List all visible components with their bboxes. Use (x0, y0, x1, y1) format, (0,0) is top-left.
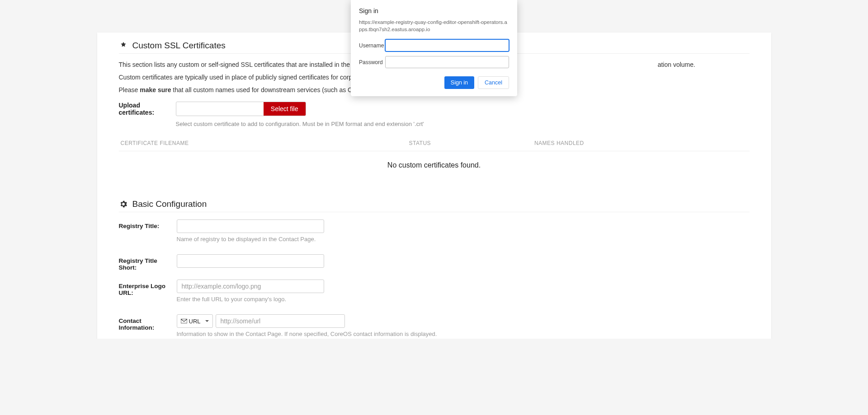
select-file-button[interactable]: Select file (264, 102, 306, 116)
contact-type-dropdown[interactable]: URL (177, 314, 213, 328)
auth-username-row: Username (359, 39, 509, 51)
ssl-p3-strong: make sure (140, 86, 171, 93)
auth-actions: Sign in Cancel (359, 76, 509, 89)
certificates-empty: No custom certificates found. (119, 151, 750, 188)
ssl-heading: Custom SSL Certificates (132, 41, 226, 51)
row-registry-title-short: Registry Title Short: (119, 254, 750, 276)
label-contact-info: Contact Information: (119, 314, 177, 331)
hint-registry-title: Name of registry to be displayed in the … (177, 236, 750, 242)
col-status: STATUS (409, 140, 534, 146)
ssl-p3-a: Please (119, 86, 140, 93)
svg-rect-0 (181, 319, 187, 323)
auth-origin: https://example-registry-quay-config-edi… (359, 19, 509, 33)
auth-password-row: Password (359, 56, 509, 68)
upload-hint: Select custom certificate to add to conf… (176, 121, 750, 127)
input-registry-title[interactable] (177, 219, 324, 233)
hint-contact-info: Information to show in the Contact Page.… (177, 331, 750, 337)
mail-icon (181, 318, 187, 325)
certificates-table: CERTIFICATE FILENAME STATUS NAMES HANDLE… (119, 135, 750, 188)
certificate-icon (119, 41, 128, 50)
input-contact-url[interactable] (216, 314, 345, 328)
col-names-handled: NAMES HANDLED (534, 140, 748, 146)
ssl-p1-b: ation volume. (658, 61, 695, 68)
basic-heading: Basic Configuration (132, 199, 207, 209)
chevron-down-icon (205, 320, 209, 322)
row-registry-title: Registry Title: Name of registry to be d… (119, 219, 750, 251)
auth-cancel-button[interactable]: Cancel (478, 76, 509, 89)
auth-username-label: Username (359, 42, 385, 49)
contact-type-label: URL (189, 318, 201, 325)
row-contact-info: Contact Information: URL (119, 314, 750, 339)
auth-title: Sign in (359, 7, 509, 14)
auth-password-input[interactable] (385, 56, 509, 68)
auth-username-input[interactable] (385, 39, 509, 51)
gears-icon (119, 200, 128, 209)
input-registry-title-short[interactable] (177, 254, 324, 268)
label-registry-title: Registry Title: (119, 219, 177, 229)
upload-certificates-row: Upload certificates: Select file (119, 102, 750, 116)
label-registry-title-short: Registry Title Short: (119, 254, 177, 271)
auth-password-label: Password (359, 59, 385, 65)
upload-file-name (176, 102, 264, 116)
auth-signin-button[interactable]: Sign in (444, 76, 474, 89)
certificates-table-head: CERTIFICATE FILENAME STATUS NAMES HANDLE… (119, 135, 750, 151)
hint-logo-url: Enter the full URL to your company's log… (177, 296, 750, 303)
row-logo-url: Enterprise Logo URL: Enter the full URL … (119, 280, 750, 311)
auth-dialog: Sign in https://example-registry-quay-co… (351, 0, 517, 96)
upload-file-picker[interactable]: Select file (176, 102, 306, 116)
basic-section-header: Basic Configuration (119, 199, 750, 212)
label-logo-url: Enterprise Logo URL: (119, 280, 177, 296)
upload-label: Upload certificates: (119, 102, 169, 116)
col-certificate-filename: CERTIFICATE FILENAME (121, 140, 409, 146)
input-logo-url[interactable] (177, 280, 324, 293)
